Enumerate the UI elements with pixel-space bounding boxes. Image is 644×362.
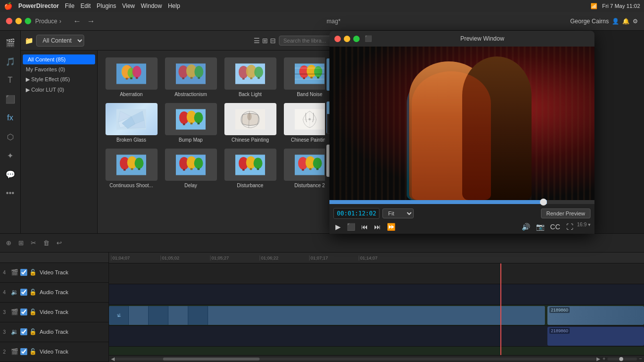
effect-chinesepainting1[interactable]: Chinese Painting bbox=[220, 100, 280, 146]
effect-disturbance[interactable]: Disturbance bbox=[220, 146, 280, 191]
render-preview-button[interactable]: Render Preview bbox=[541, 208, 590, 218]
fullscreen-button[interactable]: ⛶ bbox=[564, 222, 575, 232]
menu-file[interactable]: File bbox=[65, 2, 74, 9]
maximize-button[interactable] bbox=[25, 18, 31, 24]
sidebar-pip-icon[interactable]: ⬛ bbox=[2, 91, 18, 107]
track-lock-video2[interactable]: 🔓 bbox=[29, 348, 37, 355]
effect-brokenglass[interactable]: Broken Glass bbox=[102, 100, 161, 146]
timeline-split-button[interactable]: ✂ bbox=[29, 238, 38, 248]
stop-button[interactable]: ⬛ bbox=[345, 222, 357, 232]
playhead[interactable] bbox=[500, 263, 501, 355]
user-icon[interactable]: 👤 bbox=[612, 18, 619, 25]
zoom-slider[interactable] bbox=[607, 358, 637, 361]
menu-edit[interactable]: Edit bbox=[80, 2, 91, 9]
effect-aberration[interactable]: Aberration bbox=[102, 54, 161, 100]
play-button[interactable]: ▶ bbox=[333, 222, 343, 232]
track-visibility-video4[interactable] bbox=[20, 269, 27, 276]
track-lock-audio3[interactable]: 🔓 bbox=[29, 328, 37, 335]
fit-dropdown[interactable]: Fit 50% 100% bbox=[382, 208, 414, 218]
preview-controls-bottom: ▶ ⬛ ⏮ ⏭ ⏩ 🔊 📷 CC ⛶ 16:9 ▾ bbox=[333, 221, 590, 232]
timeline-add-track-button[interactable]: ⊕ bbox=[4, 238, 13, 248]
content-dropdown[interactable]: All Content bbox=[36, 35, 84, 47]
sidebar-text-icon[interactable]: T bbox=[2, 72, 18, 88]
settings-icon[interactable]: ⚙ bbox=[633, 18, 638, 25]
notifications-icon[interactable]: 🔔 bbox=[622, 18, 630, 25]
effect-aberration-thumb bbox=[106, 57, 158, 90]
category-favorites[interactable]: My Favorites (0) bbox=[21, 64, 97, 74]
track-header-audio3: 3 🔉 🔓 Audio Track bbox=[0, 322, 108, 342]
preview-expand-button[interactable] bbox=[353, 36, 360, 42]
track-lock-audio4[interactable]: 🔓 bbox=[29, 289, 37, 296]
apple-menu[interactable]: 🍎 bbox=[4, 2, 12, 10]
preview-minimize-button[interactable] bbox=[344, 36, 350, 42]
menu-plugins[interactable]: Plugins bbox=[97, 2, 116, 9]
sidebar-subtitle-icon[interactable]: 💬 bbox=[2, 166, 18, 182]
menu-window[interactable]: Window bbox=[141, 2, 162, 9]
library-folder-btn[interactable]: 📁 bbox=[25, 37, 33, 45]
zoom-in-button[interactable]: + bbox=[602, 356, 605, 362]
volume-button[interactable]: 🔊 bbox=[520, 222, 532, 232]
preview-popout-button[interactable]: ⬛ bbox=[365, 35, 372, 42]
track-visibility-video3[interactable] bbox=[20, 309, 27, 315]
menu-help[interactable]: Help bbox=[168, 2, 180, 9]
effect-bumpmap-thumb bbox=[165, 103, 217, 135]
scroll-left-button[interactable]: ◀ bbox=[111, 356, 115, 362]
track-lock-video4[interactable]: 🔓 bbox=[29, 269, 37, 276]
svg-rect-77 bbox=[257, 168, 260, 170]
effect-disturbance2[interactable]: Disturbance 2 bbox=[280, 146, 325, 191]
category-all-content[interactable]: All Content (85) bbox=[23, 54, 95, 64]
effect-disturbance2-thumb bbox=[284, 149, 325, 181]
category-style-effect[interactable]: ▶ Style Effect (85) bbox=[21, 74, 97, 85]
timeline-fit-button[interactable]: ⊞ bbox=[16, 238, 26, 248]
svg-point-69 bbox=[194, 157, 203, 169]
sidebar-media-icon[interactable]: 🎬 bbox=[2, 35, 18, 51]
track-visibility-video2[interactable] bbox=[20, 348, 27, 355]
scroll-right-button[interactable]: ▶ bbox=[596, 356, 600, 362]
filter-icon[interactable]: ☰ bbox=[254, 37, 260, 45]
sidebar-more-icon[interactable]: ••• bbox=[2, 185, 18, 201]
track-visibility-audio3[interactable] bbox=[20, 328, 27, 335]
effect-chinesepainting2[interactable]: Chinese Painting bbox=[280, 100, 325, 146]
snapshot-button[interactable]: 📷 bbox=[534, 222, 546, 232]
track-lock-video3[interactable]: 🔓 bbox=[29, 309, 37, 315]
effect-backlight[interactable]: Back Light bbox=[220, 54, 280, 100]
effect-continuousshoot[interactable]: Continuous Shoot... bbox=[102, 146, 161, 191]
fast-forward-button[interactable]: ⏩ bbox=[385, 222, 397, 232]
preview-scrubbar[interactable] bbox=[329, 200, 594, 204]
forward-button[interactable]: → bbox=[85, 16, 97, 27]
zoom-handle[interactable] bbox=[619, 357, 623, 361]
track-num-video3: 3 bbox=[3, 310, 9, 315]
close-button[interactable] bbox=[6, 18, 12, 24]
breadcrumb-produce[interactable]: Produce bbox=[35, 18, 57, 25]
effect-bandnoise[interactable]: Band Noise bbox=[280, 54, 325, 100]
preview-close-button[interactable] bbox=[334, 36, 341, 42]
zoom-out-button[interactable]: − bbox=[639, 356, 642, 362]
sidebar-motion-icon[interactable]: ✦ bbox=[2, 148, 18, 163]
view-mode-icon[interactable]: ⊞ bbox=[262, 37, 268, 45]
step-forward-button[interactable]: ⏭ bbox=[372, 222, 383, 232]
effect-abstractionism-label: Abstractionism bbox=[174, 92, 207, 97]
sidebar-transition-icon[interactable]: ⬡ bbox=[2, 129, 18, 145]
video-clip-1[interactable]: 📽 bbox=[109, 306, 545, 325]
audio-clip-1[interactable]: 2189860 bbox=[547, 327, 644, 346]
timeline-delete-button[interactable]: 🗑 bbox=[41, 238, 52, 248]
menu-view[interactable]: View bbox=[122, 2, 135, 9]
video-clip-2[interactable]: 2189860 bbox=[547, 306, 644, 325]
view-grid-icon[interactable]: ⊟ bbox=[270, 37, 276, 45]
timeline-undo-button[interactable]: ↩ bbox=[54, 238, 64, 248]
effect-delay[interactable]: Delay bbox=[161, 146, 220, 191]
category-color-lut[interactable]: ▶ Color LUT (0) bbox=[21, 85, 97, 95]
effect-abstractionism[interactable]: Abstractionism bbox=[161, 54, 220, 100]
preview-controls-top: 00:01:12:02 Fit 50% 100% Render Preview bbox=[333, 206, 590, 221]
sidebar-music-icon[interactable]: 🎵 bbox=[2, 53, 18, 69]
preview-scrub-handle[interactable] bbox=[540, 199, 547, 206]
minimize-button[interactable] bbox=[15, 18, 22, 24]
svg-rect-63 bbox=[138, 168, 141, 170]
track-visibility-audio4[interactable] bbox=[20, 289, 27, 296]
back-button[interactable]: ← bbox=[71, 16, 83, 27]
effect-bumpmap[interactable]: Bump Map bbox=[161, 100, 220, 146]
scrollbar-thumb[interactable] bbox=[163, 358, 259, 361]
step-back-button[interactable]: ⏮ bbox=[359, 222, 370, 232]
sidebar-effects-icon[interactable]: fx bbox=[2, 110, 18, 126]
subtitle-button[interactable]: CC bbox=[548, 222, 562, 232]
